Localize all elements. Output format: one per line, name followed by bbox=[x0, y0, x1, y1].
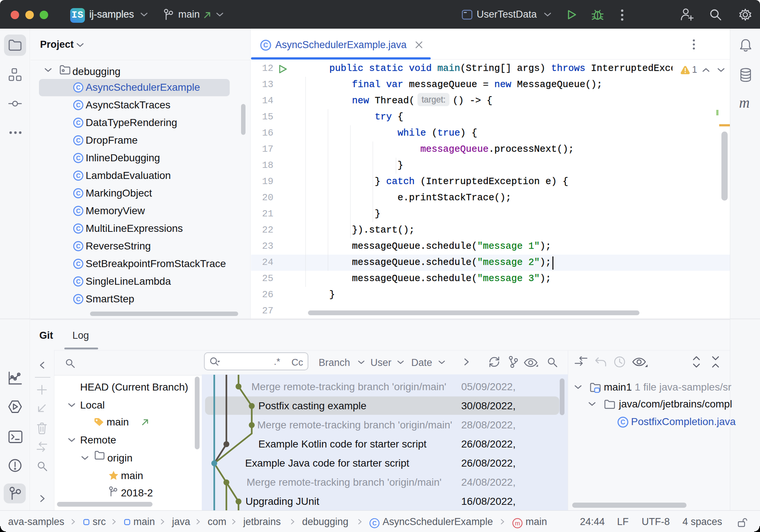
svg-text:C: C bbox=[76, 260, 80, 267]
svg-text:C: C bbox=[76, 84, 80, 91]
svg-text:C: C bbox=[76, 172, 80, 179]
svg-text:C: C bbox=[621, 418, 625, 426]
svg-text:C: C bbox=[76, 225, 80, 232]
svg-text:C: C bbox=[76, 190, 80, 197]
svg-text:C: C bbox=[76, 278, 80, 285]
svg-text:C: C bbox=[76, 102, 80, 108]
svg-text:C: C bbox=[372, 520, 377, 526]
svg-text:C: C bbox=[264, 42, 268, 49]
svg-text:C: C bbox=[76, 155, 80, 161]
svg-text:m: m bbox=[515, 520, 520, 527]
svg-text:C: C bbox=[76, 208, 80, 214]
svg-text:C: C bbox=[76, 296, 80, 302]
svg-text:C: C bbox=[76, 243, 80, 249]
svg-text:C: C bbox=[76, 119, 80, 126]
svg-text:C: C bbox=[76, 137, 80, 144]
